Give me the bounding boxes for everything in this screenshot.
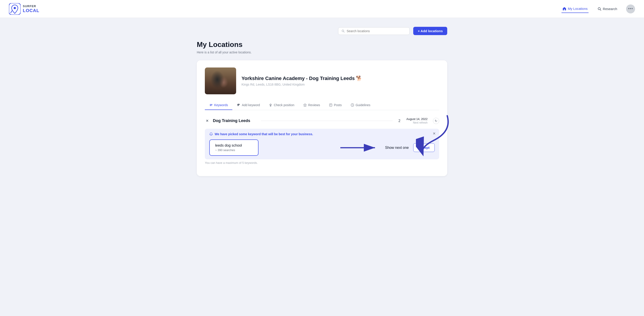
home-icon (562, 7, 566, 11)
user-avatar[interactable]: ••• (626, 4, 635, 13)
suggestion-arrow (340, 142, 380, 153)
keyword-suggestion-box: leeds dog school ~ 390 searches (209, 139, 258, 156)
keyword-name: Dog Training Leeds (213, 118, 258, 123)
business-details: Yorkshire Canine Academy - Dog Training … (242, 75, 362, 86)
logo[interactable]: SURFER LOCAL (9, 3, 39, 15)
posts-icon (329, 103, 332, 107)
main-content: + Add locations My Locations Here is a l… (188, 18, 456, 185)
logo-local-text: LOCAL (23, 8, 39, 13)
business-address: Kings Rd, Leeds, LS16 8BG, United Kingdo… (242, 83, 362, 86)
search-icon (598, 7, 602, 11)
check-position-icon (269, 103, 272, 107)
svg-marker-10 (304, 104, 306, 107)
business-photo (205, 67, 236, 94)
search-icon-input (342, 29, 345, 33)
search-box[interactable] (338, 27, 410, 35)
arrow-area: Show next one Accept (262, 142, 435, 153)
guidelines-icon (350, 103, 354, 107)
footer-note: You can have a maximum of 5 keywords. (205, 161, 439, 164)
keyword-date-section: August 14, 2022 Next refresh (406, 117, 428, 124)
add-keyword-icon (237, 103, 240, 107)
tab-reviews[interactable]: Reviews (299, 101, 324, 110)
logo-icon (9, 3, 20, 15)
tab-posts[interactable]: Posts (324, 101, 346, 110)
nav-research[interactable]: Research (596, 5, 618, 13)
suggestion-close-button[interactable]: ✕ (433, 131, 436, 136)
location-card: Yorkshire Canine Academy - Dog Training … (197, 60, 447, 176)
tab-guidelines[interactable]: Guidelines (346, 101, 375, 110)
bell-icon (209, 132, 213, 136)
location-card-wrapper: Yorkshire Canine Academy - Dog Training … (197, 60, 447, 176)
svg-line-5 (344, 31, 344, 32)
suggestion-header: We have picked some keyword that will be… (209, 132, 435, 136)
keyword-dashes (261, 121, 392, 121)
keywords-icon (209, 103, 213, 107)
suggestion-content: leeds dog school ~ 390 searches (209, 139, 435, 156)
suggestion-title: We have picked some keyword that will be… (215, 132, 313, 136)
suggestion-banner: We have picked some keyword that will be… (205, 129, 439, 159)
suggestion-keyword: leeds dog school (215, 143, 253, 147)
nav-my-locations[interactable]: My Locations (562, 5, 588, 13)
star-icon (303, 103, 307, 107)
add-locations-button[interactable]: + Add locations (413, 27, 447, 35)
page-title: My Locations (197, 40, 447, 49)
tab-add-keyword[interactable]: Add keyword (232, 101, 264, 110)
svg-point-2 (598, 7, 600, 9)
svg-point-4 (342, 30, 344, 31)
top-bar: + Add locations (197, 27, 447, 35)
nav-area: My Locations Research ••• (562, 4, 635, 13)
keyword-section: ✕ Dog Training Leeds 2 August 14, 2022 N… (205, 110, 439, 169)
header: SURFER LOCAL My Locations Research ••• (0, 0, 644, 18)
refresh-button[interactable]: ↻ (433, 118, 439, 124)
svg-point-1 (14, 7, 16, 9)
keyword-close-button[interactable]: ✕ (205, 119, 209, 123)
svg-point-9 (270, 104, 271, 105)
keyword-refresh-label: Next refresh (413, 121, 428, 124)
accept-button[interactable]: Accept (413, 143, 435, 152)
tabs: Keywords Add keyword Check position (205, 101, 439, 110)
show-next-one-label: Show next one (385, 146, 409, 150)
page-subtitle: Here is a list of all your active locati… (197, 50, 447, 54)
tab-check-position[interactable]: Check position (264, 101, 299, 110)
keyword-row: ✕ Dog Training Leeds 2 August 14, 2022 N… (205, 115, 439, 127)
svg-rect-11 (330, 104, 332, 106)
keyword-date: August 14, 2022 (406, 117, 428, 121)
tab-keywords[interactable]: Keywords (205, 101, 232, 110)
search-locations-input[interactable] (346, 29, 406, 33)
business-name: Yorkshire Canine Academy - Dog Training … (242, 75, 362, 81)
suggestion-searches: ~ 390 searches (215, 148, 253, 152)
logo-surfer-text: SURFER (23, 5, 39, 8)
business-info: Yorkshire Canine Academy - Dog Training … (205, 67, 439, 94)
keyword-count: 2 (396, 119, 403, 123)
svg-line-3 (600, 9, 601, 10)
